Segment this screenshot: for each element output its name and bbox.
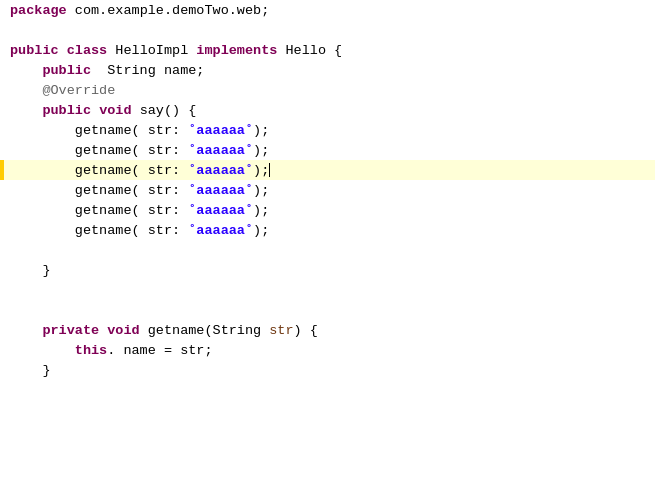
code-editor[interactable]: package com.example.demoTwo.web; public …	[0, 0, 655, 502]
code-line: getname( str: ˚aaaaaa˚);	[0, 220, 655, 240]
code-line	[0, 240, 655, 260]
code-line	[0, 280, 655, 300]
code-line: getname( str: ˚aaaaaa˚);	[0, 160, 655, 180]
code-line: getname( str: ˚aaaaaa˚);	[0, 180, 655, 200]
code-line	[0, 300, 655, 320]
code-line: }	[0, 360, 655, 380]
code-line: public String name;	[0, 60, 655, 80]
code-line	[0, 20, 655, 40]
code-line: package com.example.demoTwo.web;	[0, 0, 655, 20]
code-line: getname( str: ˚aaaaaa˚);	[0, 200, 655, 220]
code-line: public void say() {	[0, 100, 655, 120]
code-line: getname( str: ˚aaaaaa˚);	[0, 140, 655, 160]
code-line: getname( str: ˚aaaaaa˚);	[0, 120, 655, 140]
code-line: public class HelloImpl implements Hello …	[0, 40, 655, 60]
code-line: private void getname(String str) {	[0, 320, 655, 340]
code-line: }	[0, 260, 655, 280]
code-line: @Override	[0, 80, 655, 100]
code-line: this. name = str;	[0, 340, 655, 360]
